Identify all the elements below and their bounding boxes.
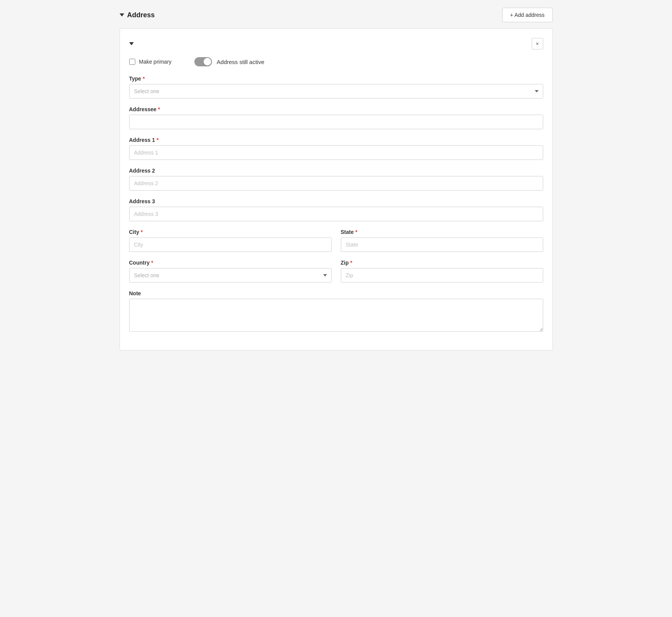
address1-input[interactable] [129, 145, 543, 160]
type-required-star: * [143, 76, 145, 82]
make-primary-checkbox[interactable] [129, 59, 135, 65]
page-wrapper: Address + Add address × Make primary [120, 8, 553, 350]
address-still-active-label: Address still active [217, 59, 264, 65]
state-input[interactable] [341, 237, 543, 252]
addressee-label: Addressee * [129, 106, 543, 112]
address2-label: Address 2 [129, 168, 543, 174]
add-address-label: + Add address [510, 12, 545, 18]
address3-group: Address 3 [129, 198, 543, 221]
note-label: Note [129, 290, 543, 296]
type-select-wrapper: Select one [129, 84, 543, 99]
note-group: Note [129, 290, 543, 333]
city-required-star: * [141, 229, 143, 235]
close-icon: × [536, 41, 539, 47]
make-primary-label: Make primary [139, 59, 172, 65]
address-still-active-group: Address still active [194, 57, 264, 66]
country-zip-row: Country * Select one Zip * [129, 260, 543, 283]
addressee-group: Addressee * [129, 106, 543, 129]
address-card: × Make primary Address still active Type [120, 28, 553, 350]
address1-group: Address 1 * [129, 137, 543, 160]
address1-label: Address 1 * [129, 137, 543, 143]
zip-group: Zip * [341, 260, 543, 283]
address3-label: Address 3 [129, 198, 543, 204]
section-title: Address [120, 11, 155, 19]
controls-row: Make primary Address still active [129, 57, 543, 66]
address3-input[interactable] [129, 207, 543, 221]
make-primary-group[interactable]: Make primary [129, 59, 172, 65]
address2-group: Address 2 [129, 168, 543, 191]
country-required-star: * [151, 260, 153, 266]
country-group: Country * Select one [129, 260, 332, 283]
city-group: City * [129, 229, 332, 252]
add-address-button[interactable]: + Add address [502, 8, 553, 22]
addressee-required-star: * [158, 106, 160, 112]
country-select[interactable]: Select one [129, 268, 332, 283]
city-input[interactable] [129, 237, 332, 252]
note-textarea[interactable] [129, 299, 543, 332]
address-still-active-toggle[interactable] [194, 57, 212, 66]
zip-label: Zip * [341, 260, 543, 266]
state-group: State * [341, 229, 543, 252]
addressee-input[interactable] [129, 115, 543, 129]
address2-input[interactable] [129, 176, 543, 191]
state-required-star: * [355, 229, 357, 235]
section-title-text: Address [127, 11, 155, 19]
zip-input[interactable] [341, 268, 543, 283]
type-select[interactable]: Select one [129, 84, 543, 99]
city-label: City * [129, 229, 332, 235]
card-top-bar: × [129, 38, 543, 49]
collapse-icon[interactable] [120, 13, 124, 16]
city-state-row: City * State * [129, 229, 543, 252]
close-button[interactable]: × [532, 38, 543, 49]
type-group: Type * Select one [129, 76, 543, 99]
state-label: State * [341, 229, 543, 235]
type-label: Type * [129, 76, 543, 82]
zip-required-star: * [350, 260, 352, 266]
country-select-wrapper: Select one [129, 268, 332, 283]
section-header: Address + Add address [120, 8, 553, 22]
address1-required-star: * [156, 137, 158, 143]
country-label: Country * [129, 260, 332, 266]
card-collapse-icon[interactable] [129, 42, 134, 45]
